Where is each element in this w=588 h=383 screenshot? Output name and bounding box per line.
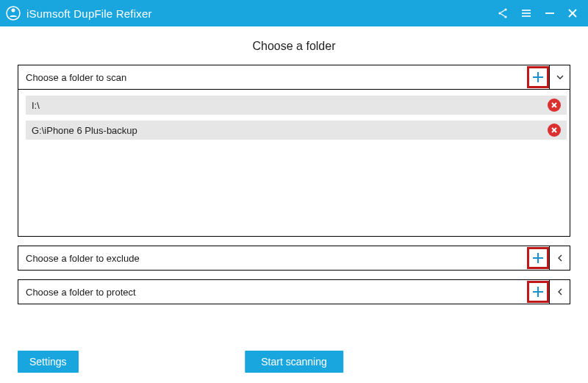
bottom-bar: Settings Start scanning <box>0 351 588 373</box>
add-exclude-folder-button[interactable] <box>527 247 549 269</box>
svg-line-6 <box>501 14 504 16</box>
app-logo-icon <box>6 6 21 21</box>
protect-section-chevron-left-icon[interactable] <box>549 280 570 304</box>
exclude-section: Choose a folder to exclude <box>18 246 570 271</box>
app-title: iSumsoft DupFile Refixer <box>26 7 497 20</box>
scan-folder-list[interactable]: I:\ G:\iPhone 6 Plus-backup <box>18 89 570 236</box>
title-bar: iSumsoft DupFile Refixer <box>0 0 588 26</box>
scan-section-chevron-down-icon[interactable] <box>549 65 570 89</box>
close-icon[interactable] <box>567 7 578 19</box>
share-icon[interactable] <box>497 7 509 19</box>
scan-section: Choose a folder to scan I:\ G:\iPhone 6 … <box>18 65 570 237</box>
protect-section-label: Choose a folder to protect <box>26 287 528 298</box>
content-area: Choose a folder to scan I:\ G:\iPhone 6 … <box>0 65 588 304</box>
list-item: G:\iPhone 6 Plus-backup <box>26 121 567 140</box>
add-scan-folder-button[interactable] <box>527 66 549 88</box>
exclude-section-label: Choose a folder to exclude <box>26 253 528 264</box>
exclude-section-chevron-left-icon[interactable] <box>549 246 570 270</box>
svg-point-1 <box>12 9 15 12</box>
menu-icon[interactable] <box>520 7 532 19</box>
add-protect-folder-button[interactable] <box>527 281 549 303</box>
settings-button[interactable]: Settings <box>18 351 79 373</box>
list-item: I:\ <box>26 96 567 115</box>
folder-path: G:\iPhone 6 Plus-backup <box>32 125 548 136</box>
protect-section: Choose a folder to protect <box>18 279 570 304</box>
folder-path: I:\ <box>32 100 548 111</box>
scan-section-label: Choose a folder to scan <box>26 72 528 83</box>
minimize-icon[interactable] <box>544 7 556 19</box>
start-scanning-button[interactable]: Start scanning <box>245 351 343 373</box>
page-title: Choose a folder <box>0 40 588 53</box>
remove-folder-icon[interactable] <box>548 124 561 137</box>
svg-line-5 <box>501 10 504 12</box>
remove-folder-icon[interactable] <box>548 99 561 112</box>
